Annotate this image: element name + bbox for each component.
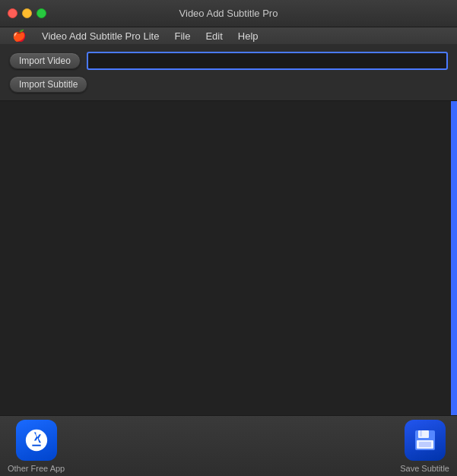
save-subtitle-icon <box>405 420 446 461</box>
save-subtitle-label: Save Subtitle <box>400 464 449 473</box>
close-button[interactable] <box>8 8 17 18</box>
svg-rect-2 <box>420 430 422 436</box>
menu-file[interactable]: File <box>168 29 196 43</box>
other-app-label: Other Free App <box>8 464 65 473</box>
menu-app-name[interactable]: Video Add Subtitle Pro Lite <box>36 29 165 43</box>
menu-help[interactable]: Help <box>232 29 265 43</box>
save-subtitle-item[interactable]: Save Subtitle <box>400 420 449 473</box>
appstore-icon <box>16 420 57 461</box>
import-video-button[interactable]: Import Video <box>9 52 81 69</box>
other-free-app-item[interactable]: Other Free App <box>8 420 65 473</box>
right-accent-bar <box>451 101 457 415</box>
save-svg <box>412 427 438 453</box>
apple-menu-icon[interactable]: 🍎 <box>6 29 33 43</box>
titlebar: Video Add Subtitle Pro <box>0 0 457 27</box>
bottom-dock: Other Free App Save Subtitle <box>0 415 457 476</box>
import-subtitle-row: Import Subtitle <box>9 76 448 93</box>
svg-rect-4 <box>419 442 431 447</box>
minimize-button[interactable] <box>22 8 32 18</box>
video-path-input[interactable] <box>87 52 448 70</box>
import-video-row: Import Video <box>9 52 448 70</box>
menubar: 🍎 Video Add Subtitle Pro Lite File Edit … <box>0 27 457 44</box>
video-area <box>0 101 457 415</box>
window-title: Video Add Subtitle Pro <box>179 8 278 19</box>
main-content <box>0 101 457 415</box>
traffic-lights <box>8 8 46 18</box>
import-subtitle-button[interactable]: Import Subtitle <box>9 76 87 93</box>
toolbar: Import Video Import Subtitle <box>0 44 457 101</box>
appstore-svg <box>24 427 49 453</box>
menu-edit[interactable]: Edit <box>199 29 228 43</box>
maximize-button[interactable] <box>36 8 46 18</box>
